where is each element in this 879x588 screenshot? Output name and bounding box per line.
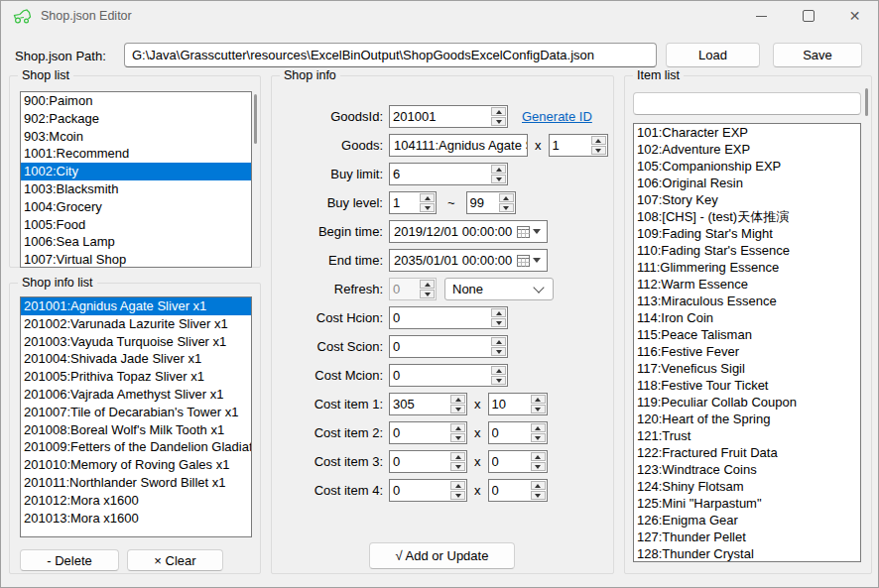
cost-item-3-id-input[interactable] — [390, 451, 449, 472]
list-item[interactable]: 117:Veneficus Sigil — [634, 360, 860, 377]
list-item[interactable]: 119:Peculiar Collab Coupon — [634, 394, 860, 411]
buy-limit-spinner[interactable] — [389, 163, 508, 185]
spin-down-icon[interactable] — [531, 462, 546, 471]
cost-item-2-count-spinner[interactable] — [488, 421, 548, 444]
cost-item-1-id-input[interactable] — [390, 394, 449, 414]
cost-item-1-id-spinner[interactable] — [389, 393, 467, 415]
list-item[interactable]: 201005:Prithiva Topaz Sliver x1 — [21, 368, 251, 386]
list-item[interactable]: 1002:City — [21, 163, 251, 180]
cost-item-3-count-input[interactable] — [489, 451, 530, 472]
list-item[interactable]: 201001:Agnidus Agate Sliver x1 — [21, 297, 251, 315]
cost-item-2-id-input[interactable] — [390, 422, 449, 443]
spin-up-icon[interactable] — [450, 452, 465, 461]
list-item[interactable]: 201008:Boreal Wolf's Milk Tooth x1 — [21, 421, 251, 439]
cost-item-2-count-input[interactable] — [489, 422, 530, 443]
spin-down-icon[interactable] — [450, 405, 465, 413]
list-item[interactable]: 118:Festive Tour Ticket — [634, 377, 860, 394]
spin-up-icon[interactable] — [491, 337, 506, 346]
list-item[interactable]: 201002:Varunada Lazurite Sliver x1 — [21, 315, 251, 333]
item-search-input[interactable] — [633, 92, 861, 115]
buy-level-max-input[interactable] — [467, 192, 498, 213]
save-button[interactable]: Save — [773, 43, 862, 67]
goods-count-spinner[interactable] — [549, 134, 608, 157]
shop-listbox[interactable]: 900:Paimon902:Package903:Mcoin1001:Recom… — [20, 91, 252, 268]
add-or-update-button[interactable]: √ Add or Update — [369, 542, 515, 569]
list-item[interactable]: 107:Story Key — [634, 191, 860, 208]
spin-up-icon[interactable] — [531, 423, 546, 432]
list-item[interactable]: 102:Adventure EXP — [634, 141, 860, 158]
list-item[interactable]: 127:Thunder Pellet — [634, 529, 860, 545]
goods-count-input[interactable] — [550, 135, 590, 156]
spin-up-icon[interactable] — [450, 481, 465, 490]
spin-down-icon[interactable] — [420, 203, 435, 212]
list-item[interactable]: 201009:Fetters of the Dandelion Gladiato — [21, 438, 251, 456]
spin-down-icon[interactable] — [491, 175, 506, 183]
list-item[interactable]: 110:Fading Star's Essence — [634, 242, 860, 259]
path-input[interactable] — [124, 43, 657, 67]
spin-up-icon[interactable] — [531, 395, 546, 404]
spin-up-icon[interactable] — [491, 308, 506, 317]
spin-up-icon[interactable] — [450, 423, 465, 432]
buy-level-max-spinner[interactable] — [466, 191, 516, 214]
spin-down-icon[interactable] — [450, 433, 465, 442]
spin-down-icon[interactable] — [531, 491, 546, 500]
spin-up-icon[interactable] — [591, 136, 606, 145]
goods-id-spinner[interactable] — [389, 105, 508, 128]
spin-down-icon[interactable] — [450, 462, 465, 471]
list-item[interactable]: 1003:Blacksmith — [21, 180, 251, 198]
spin-down-icon[interactable] — [450, 491, 465, 500]
spin-up-icon[interactable] — [531, 481, 546, 490]
cost-item-1-count-input[interactable] — [489, 394, 530, 414]
cost-item-1-count-spinner[interactable] — [488, 393, 548, 415]
list-item[interactable]: 123:Windtrace Coins — [634, 461, 860, 478]
end-time-picker[interactable]: 2035/01/01 00:00:00 — [389, 249, 548, 272]
cost-item-2-id-spinner[interactable] — [389, 421, 467, 444]
list-item[interactable]: 1004:Grocery — [21, 198, 251, 216]
list-item[interactable]: 201004:Shivada Jade Sliver x1 — [21, 350, 251, 368]
list-item[interactable]: 128:Thunder Crystal — [634, 545, 860, 562]
cost-item-4-id-spinner[interactable] — [389, 479, 467, 502]
spin-up-icon[interactable] — [420, 193, 435, 202]
buy-limit-input[interactable] — [390, 164, 490, 184]
close-button[interactable]: ✕ — [831, 1, 878, 31]
cost-mcion-input[interactable] — [390, 365, 490, 386]
list-item[interactable]: 201010:Memory of Roving Gales x1 — [21, 456, 251, 474]
list-item[interactable]: 106:Original Resin — [634, 175, 860, 191]
shop-info-listbox[interactable]: 201001:Agnidus Agate Sliver x1201002:Var… — [20, 296, 252, 537]
cost-item-4-id-input[interactable] — [390, 480, 449, 501]
list-item[interactable]: 900:Paimon — [21, 92, 251, 110]
delete-button[interactable]: - Delete — [20, 549, 119, 571]
list-item[interactable]: 201006:Vajrada Amethyst Sliver x1 — [21, 386, 251, 404]
list-item[interactable]: 108:[CHS] - (test)天体推演 — [634, 208, 860, 225]
list-item[interactable]: 1007:Virtual Shop — [21, 251, 251, 268]
spin-up-icon[interactable] — [531, 452, 546, 461]
cost-mcion-spinner[interactable] — [389, 364, 508, 387]
spin-down-icon[interactable] — [531, 433, 546, 442]
cost-item-3-id-spinner[interactable] — [389, 450, 467, 473]
cost-item-4-count-input[interactable] — [489, 480, 530, 501]
spin-up-icon[interactable] — [491, 165, 506, 174]
list-item[interactable]: 1005:Food — [21, 216, 251, 234]
list-item[interactable]: 109:Fading Star's Might — [634, 225, 860, 242]
begin-time-picker[interactable]: 2019/12/01 00:00:00 — [389, 220, 548, 243]
clear-button[interactable]: × Clear — [127, 549, 223, 571]
spin-down-icon[interactable] — [591, 146, 606, 155]
list-item[interactable]: 121:Trust — [634, 427, 860, 444]
spin-down-icon[interactable] — [491, 376, 506, 385]
cost-item-3-count-spinner[interactable] — [488, 450, 548, 473]
item-list-scrollbar[interactable] — [865, 88, 868, 116]
list-item[interactable]: 124:Shiny Flotsam — [634, 478, 860, 495]
minimize-button[interactable] — [738, 1, 785, 31]
list-item[interactable]: 116:Festive Fever — [634, 343, 860, 360]
cost-scion-input[interactable] — [390, 336, 490, 357]
list-item[interactable]: 122:Fractured Fruit Data — [634, 444, 860, 461]
cost-scion-spinner[interactable] — [389, 335, 508, 358]
list-item[interactable]: 1006:Sea Lamp — [21, 233, 251, 251]
list-item[interactable]: 115:Peace Talisman — [634, 326, 860, 343]
spin-up-icon[interactable] — [491, 107, 506, 116]
list-item[interactable]: 201012:Mora x1600 — [21, 492, 251, 510]
cost-item-4-count-spinner[interactable] — [488, 479, 548, 502]
list-item[interactable]: 112:Warm Essence — [634, 276, 860, 293]
list-item[interactable]: 105:Companionship EXP — [634, 158, 860, 175]
spin-down-icon[interactable] — [491, 318, 506, 327]
